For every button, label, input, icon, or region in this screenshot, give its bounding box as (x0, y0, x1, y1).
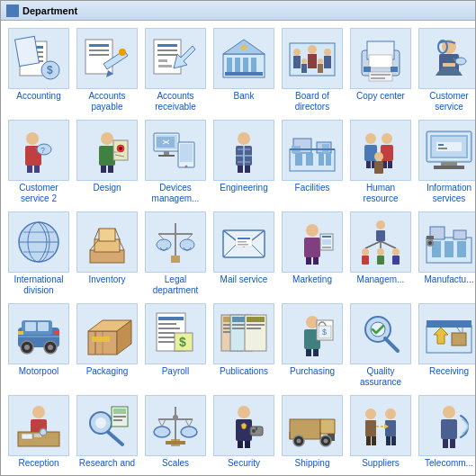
icon-box-scales (145, 395, 206, 456)
item-engineering[interactable]: Engineering (211, 118, 276, 206)
svg-point-264 (324, 439, 328, 444)
item-bank[interactable]: Bank (211, 26, 276, 114)
icon-box-legal-department (145, 211, 206, 273)
svg-line-246 (158, 419, 162, 427)
svg-rect-140 (304, 238, 320, 257)
content-area: $ Accounting Accounts payable Accounts r… (1, 21, 475, 475)
svg-rect-45 (371, 77, 385, 79)
label-accounts-receivable: Accounts receivable (145, 91, 206, 112)
svg-rect-129 (171, 256, 180, 263)
item-copy-center[interactable]: Copy center (348, 26, 413, 114)
item-customer-service[interactable]: Customer service (417, 26, 475, 114)
item-marketing[interactable]: Marketing (280, 210, 345, 298)
svg-point-52 (26, 132, 39, 145)
svg-rect-79 (245, 166, 250, 173)
item-management[interactable]: Managem... (348, 210, 413, 298)
icon-box-customer-service (418, 28, 475, 89)
item-shipping[interactable]: Shipping (280, 393, 345, 471)
svg-point-156 (392, 248, 400, 256)
item-international-division[interactable]: International division (6, 210, 71, 298)
item-facilities[interactable]: Facilities (280, 118, 345, 206)
item-quality-assurance[interactable]: Quality assurance (348, 301, 413, 390)
svg-rect-202 (232, 328, 245, 329)
svg-rect-268 (365, 420, 376, 436)
item-scales[interactable]: Scales (143, 393, 208, 471)
svg-rect-9 (89, 44, 109, 47)
item-motorpool[interactable]: Motorpool (6, 301, 71, 390)
svg-rect-32 (308, 54, 317, 68)
item-board-directors[interactable]: Board of directors (280, 26, 345, 114)
svg-rect-236 (113, 409, 126, 414)
item-suppliers[interactable]: Suppliers (348, 393, 413, 471)
icon-grid: $ Accounting Accounts payable Accounts r… (6, 26, 470, 471)
svg-rect-238 (113, 419, 122, 421)
item-purchasing[interactable]: $ Purchasing (280, 301, 345, 390)
svg-point-271 (385, 409, 396, 419)
svg-rect-258 (290, 419, 320, 439)
svg-point-35 (318, 58, 323, 64)
item-publications[interactable]: Publications (211, 301, 276, 390)
svg-rect-228 (22, 434, 32, 439)
item-accounts-receivable[interactable]: Accounts receivable (143, 26, 208, 114)
item-legal-department[interactable]: Legal department (143, 210, 208, 298)
svg-point-34 (301, 58, 307, 64)
svg-point-172 (24, 345, 30, 350)
item-research-and[interactable]: Research and (75, 393, 139, 471)
svg-rect-110 (436, 142, 462, 151)
icon-box-suppliers (350, 395, 411, 456)
item-customer-service-2[interactable]: ? Customer service 2 (6, 118, 71, 206)
svg-rect-136 (238, 238, 250, 239)
svg-rect-22 (235, 58, 240, 72)
svg-rect-210 (313, 349, 319, 356)
svg-rect-209 (306, 349, 311, 356)
svg-rect-18 (158, 65, 172, 67)
svg-rect-41 (364, 67, 371, 72)
window-title: Department (22, 5, 77, 16)
svg-rect-237 (113, 416, 126, 418)
svg-rect-111 (438, 144, 444, 146)
item-manufacturing[interactable]: Manufactu... (417, 210, 475, 298)
svg-rect-109 (434, 166, 464, 169)
item-packaging[interactable]: Packaging (75, 301, 139, 390)
svg-rect-55 (34, 166, 40, 173)
svg-rect-279 (450, 439, 455, 448)
icon-box-accounts-payable (76, 28, 138, 89)
svg-line-149 (365, 241, 381, 248)
svg-line-234 (108, 432, 122, 445)
icon-box-packaging (76, 303, 138, 364)
label-bank: Bank (234, 91, 255, 102)
item-reception[interactable]: Reception (6, 393, 71, 471)
svg-text:$: $ (179, 335, 186, 349)
svg-rect-272 (385, 420, 396, 436)
svg-rect-170 (38, 322, 49, 331)
svg-rect-186 (158, 323, 176, 325)
item-inventory[interactable]: Inventory (75, 210, 139, 298)
icon-box-payroll: $ (145, 303, 206, 364)
item-payroll[interactable]: $ Payroll (143, 301, 208, 390)
label-design: Design (93, 183, 121, 193)
label-suppliers: Suppliers (362, 458, 400, 469)
svg-point-94 (365, 133, 376, 144)
label-facilities: Facilities (295, 183, 330, 193)
icon-box-inventory (76, 211, 138, 273)
svg-rect-205 (247, 324, 265, 326)
item-mail-service[interactable]: Mail service (211, 210, 276, 298)
svg-point-30 (324, 49, 331, 56)
svg-rect-175 (18, 331, 23, 335)
item-human-resource[interactable]: Human resource (348, 118, 413, 206)
svg-point-65 (119, 147, 122, 150)
label-inventory: Inventory (88, 274, 125, 285)
item-security[interactable]: Security (211, 393, 276, 471)
svg-rect-40 (369, 55, 392, 67)
label-security: Security (228, 458, 260, 469)
item-accounting[interactable]: $ Accounting (6, 26, 71, 114)
item-receiving[interactable]: Receiving (417, 301, 475, 390)
icon-box-facilities (282, 120, 343, 181)
svg-rect-89 (319, 153, 324, 166)
item-information-services[interactable]: Information services (417, 118, 475, 206)
svg-point-276 (443, 406, 455, 418)
item-telecomm[interactable]: Telecomm... (417, 393, 475, 471)
item-devices-management[interactable]: Devices managem... (143, 118, 208, 206)
item-design[interactable]: Design (75, 118, 139, 206)
item-accounts-payable[interactable]: Accounts payable (75, 26, 139, 114)
